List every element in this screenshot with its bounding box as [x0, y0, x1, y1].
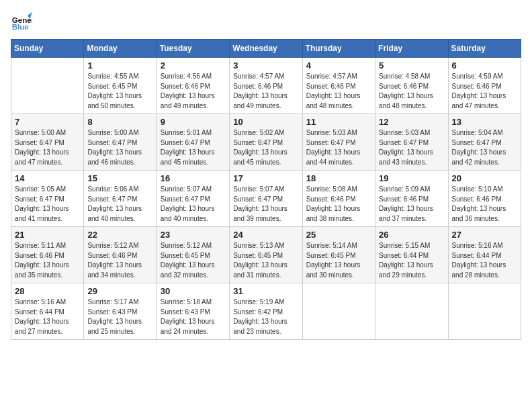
weekday-header-wednesday: Wednesday	[230, 40, 302, 58]
weekday-header-friday: Friday	[375, 40, 448, 58]
day-info: Sunrise: 5:17 AM Sunset: 6:43 PM Dayligh…	[87, 298, 152, 336]
day-number: 16	[161, 173, 226, 183]
day-number: 23	[161, 230, 226, 240]
day-number: 20	[452, 173, 517, 183]
day-info: Sunrise: 5:11 AM Sunset: 6:46 PM Dayligh…	[15, 241, 80, 280]
day-info: Sunrise: 4:56 AM Sunset: 6:46 PM Dayligh…	[161, 72, 226, 111]
day-number: 4	[306, 60, 371, 71]
weekday-header-tuesday: Tuesday	[157, 40, 229, 58]
day-number: 29	[87, 286, 152, 296]
day-number: 17	[233, 173, 298, 183]
day-number: 1	[87, 60, 152, 71]
day-number: 28	[15, 286, 80, 296]
day-info: Sunrise: 5:09 AM Sunset: 6:46 PM Dayligh…	[379, 185, 444, 224]
calendar-cell: 23Sunrise: 5:12 AM Sunset: 6:45 PM Dayli…	[157, 227, 229, 283]
calendar-cell: 19Sunrise: 5:09 AM Sunset: 6:46 PM Dayli…	[375, 171, 448, 227]
calendar-week-5: 28Sunrise: 5:16 AM Sunset: 6:44 PM Dayli…	[11, 283, 521, 340]
day-number: 6	[452, 60, 517, 71]
calendar-cell: 12Sunrise: 5:03 AM Sunset: 6:47 PM Dayli…	[375, 114, 448, 171]
svg-text:Blue: Blue	[12, 23, 30, 31]
calendar-week-1: 1Sunrise: 4:55 AM Sunset: 6:45 PM Daylig…	[11, 58, 521, 114]
day-number: 12	[379, 117, 444, 127]
day-info: Sunrise: 5:15 AM Sunset: 6:44 PM Dayligh…	[379, 241, 444, 280]
calendar-cell: 29Sunrise: 5:17 AM Sunset: 6:43 PM Dayli…	[84, 283, 157, 340]
day-info: Sunrise: 5:08 AM Sunset: 6:46 PM Dayligh…	[306, 185, 371, 224]
calendar-cell: 25Sunrise: 5:14 AM Sunset: 6:45 PM Dayli…	[302, 227, 375, 283]
day-number: 18	[306, 173, 371, 183]
calendar-week-3: 14Sunrise: 5:05 AM Sunset: 6:47 PM Dayli…	[11, 171, 521, 227]
day-number: 31	[233, 286, 298, 296]
day-number: 11	[306, 117, 371, 127]
calendar-cell	[375, 283, 448, 340]
calendar-week-2: 7Sunrise: 5:00 AM Sunset: 6:47 PM Daylig…	[11, 114, 521, 171]
calendar-cell: 17Sunrise: 5:07 AM Sunset: 6:47 PM Dayli…	[230, 171, 302, 227]
day-info: Sunrise: 4:58 AM Sunset: 6:46 PM Dayligh…	[379, 72, 444, 111]
day-number: 22	[87, 230, 152, 240]
weekday-header-monday: Monday	[84, 40, 157, 58]
calendar-cell: 15Sunrise: 5:06 AM Sunset: 6:47 PM Dayli…	[84, 171, 157, 227]
day-number: 10	[233, 117, 298, 127]
calendar-cell: 21Sunrise: 5:11 AM Sunset: 6:46 PM Dayli…	[11, 227, 84, 283]
day-info: Sunrise: 4:57 AM Sunset: 6:46 PM Dayligh…	[306, 72, 371, 111]
calendar-cell: 10Sunrise: 5:02 AM Sunset: 6:47 PM Dayli…	[230, 114, 302, 171]
day-info: Sunrise: 5:19 AM Sunset: 6:42 PM Dayligh…	[233, 298, 298, 336]
calendar-cell: 7Sunrise: 5:00 AM Sunset: 6:47 PM Daylig…	[11, 114, 84, 171]
calendar-cell: 3Sunrise: 4:57 AM Sunset: 6:46 PM Daylig…	[230, 58, 302, 114]
day-info: Sunrise: 5:03 AM Sunset: 6:47 PM Dayligh…	[306, 128, 371, 167]
calendar-week-4: 21Sunrise: 5:11 AM Sunset: 6:46 PM Dayli…	[11, 227, 521, 283]
calendar-cell: 26Sunrise: 5:15 AM Sunset: 6:44 PM Dayli…	[375, 227, 448, 283]
calendar-cell	[302, 283, 375, 340]
calendar-cell: 6Sunrise: 4:59 AM Sunset: 6:46 PM Daylig…	[448, 58, 521, 114]
day-info: Sunrise: 5:00 AM Sunset: 6:47 PM Dayligh…	[87, 128, 152, 167]
day-info: Sunrise: 5:13 AM Sunset: 6:45 PM Dayligh…	[233, 241, 298, 280]
day-info: Sunrise: 5:16 AM Sunset: 6:44 PM Dayligh…	[15, 298, 80, 336]
calendar-cell: 24Sunrise: 5:13 AM Sunset: 6:45 PM Dayli…	[230, 227, 302, 283]
day-info: Sunrise: 5:03 AM Sunset: 6:47 PM Dayligh…	[379, 128, 444, 167]
weekday-header-thursday: Thursday	[302, 40, 375, 58]
day-number: 30	[161, 286, 226, 296]
weekday-header-sunday: Sunday	[11, 40, 84, 58]
day-number: 7	[15, 117, 80, 127]
day-number: 3	[233, 60, 298, 71]
calendar-cell	[11, 58, 84, 114]
day-number: 5	[379, 60, 444, 71]
calendar-cell: 20Sunrise: 5:10 AM Sunset: 6:46 PM Dayli…	[448, 171, 521, 227]
calendar-cell: 13Sunrise: 5:04 AM Sunset: 6:47 PM Dayli…	[448, 114, 521, 171]
day-number: 19	[379, 173, 444, 183]
day-info: Sunrise: 5:00 AM Sunset: 6:47 PM Dayligh…	[15, 128, 80, 167]
calendar-cell: 27Sunrise: 5:16 AM Sunset: 6:44 PM Dayli…	[448, 227, 521, 283]
calendar-cell: 30Sunrise: 5:18 AM Sunset: 6:43 PM Dayli…	[157, 283, 229, 340]
calendar-cell: 28Sunrise: 5:16 AM Sunset: 6:44 PM Dayli…	[11, 283, 84, 340]
calendar-cell	[448, 283, 521, 340]
calendar-cell: 8Sunrise: 5:00 AM Sunset: 6:47 PM Daylig…	[84, 114, 157, 171]
day-number: 15	[87, 173, 152, 183]
day-number: 9	[161, 117, 226, 127]
day-info: Sunrise: 5:16 AM Sunset: 6:44 PM Dayligh…	[452, 241, 517, 280]
calendar-header: SundayMondayTuesdayWednesdayThursdayFrid…	[11, 40, 521, 58]
page-header: General Blue	[11, 11, 521, 32]
day-info: Sunrise: 5:02 AM Sunset: 6:47 PM Dayligh…	[233, 128, 298, 167]
day-info: Sunrise: 5:14 AM Sunset: 6:45 PM Dayligh…	[306, 241, 371, 280]
day-info: Sunrise: 4:59 AM Sunset: 6:46 PM Dayligh…	[452, 72, 517, 111]
day-info: Sunrise: 5:07 AM Sunset: 6:47 PM Dayligh…	[161, 185, 226, 224]
calendar-cell: 14Sunrise: 5:05 AM Sunset: 6:47 PM Dayli…	[11, 171, 84, 227]
weekday-header-saturday: Saturday	[448, 40, 521, 58]
day-number: 27	[452, 230, 517, 240]
day-info: Sunrise: 4:57 AM Sunset: 6:46 PM Dayligh…	[233, 72, 298, 111]
calendar-cell: 1Sunrise: 4:55 AM Sunset: 6:45 PM Daylig…	[84, 58, 157, 114]
calendar-cell: 5Sunrise: 4:58 AM Sunset: 6:46 PM Daylig…	[375, 58, 448, 114]
day-number: 25	[306, 230, 371, 240]
calendar-cell: 16Sunrise: 5:07 AM Sunset: 6:47 PM Dayli…	[157, 171, 229, 227]
calendar-cell: 11Sunrise: 5:03 AM Sunset: 6:47 PM Dayli…	[302, 114, 375, 171]
calendar-cell: 9Sunrise: 5:01 AM Sunset: 6:47 PM Daylig…	[157, 114, 229, 171]
calendar-cell: 31Sunrise: 5:19 AM Sunset: 6:42 PM Dayli…	[230, 283, 302, 340]
calendar-cell: 4Sunrise: 4:57 AM Sunset: 6:46 PM Daylig…	[302, 58, 375, 114]
calendar-cell: 2Sunrise: 4:56 AM Sunset: 6:46 PM Daylig…	[157, 58, 229, 114]
day-info: Sunrise: 5:18 AM Sunset: 6:43 PM Dayligh…	[161, 298, 226, 336]
calendar-table: SundayMondayTuesdayWednesdayThursdayFrid…	[11, 39, 521, 340]
logo: General Blue	[11, 11, 35, 32]
day-info: Sunrise: 5:06 AM Sunset: 6:47 PM Dayligh…	[87, 185, 152, 224]
day-number: 2	[161, 60, 226, 71]
day-number: 24	[233, 230, 298, 240]
calendar-cell: 18Sunrise: 5:08 AM Sunset: 6:46 PM Dayli…	[302, 171, 375, 227]
